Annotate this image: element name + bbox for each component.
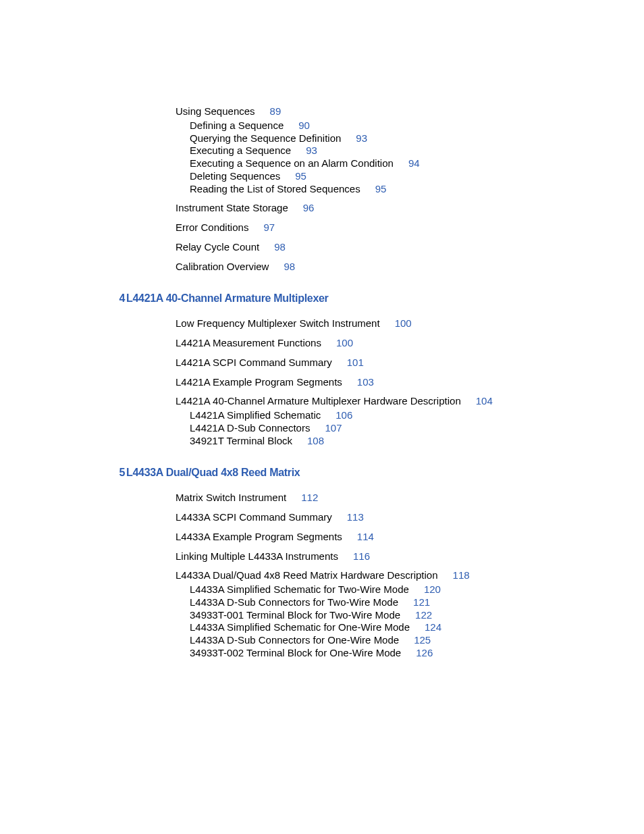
- toc-entry-page[interactable]: 116: [353, 550, 370, 562]
- toc-entry: L4433A Simplified Schematic for One-Wire…: [190, 621, 590, 634]
- toc-entry-page[interactable]: 108: [307, 435, 324, 446]
- chapter-4-header: 4 L4421A 40-Channel Armature Multiplexer: [108, 292, 590, 305]
- toc-entry-text[interactable]: Instrument State Storage: [176, 202, 288, 213]
- chapter-5-header: 5 L4433A Dual/Quad 4x8 Reed Matrix: [108, 466, 590, 479]
- toc-entry-page[interactable]: 112: [301, 492, 318, 503]
- toc-entry: Linking Multiple L4433A Instruments116: [176, 550, 590, 563]
- toc-entry-page[interactable]: 100: [336, 337, 353, 348]
- toc-entry-text[interactable]: L4421A D-Sub Connectors: [190, 422, 310, 434]
- chapter-4-number: 4: [108, 292, 125, 305]
- toc-entry: L4433A Dual/Quad 4x8 Reed Matrix Hardwar…: [176, 569, 590, 582]
- toc-entry-page[interactable]: 125: [414, 634, 431, 646]
- toc-entry-page[interactable]: 103: [357, 376, 374, 388]
- toc-entry-page[interactable]: 94: [408, 157, 420, 169]
- toc-entry-text[interactable]: L4433A Simplified Schematic for Two-Wire…: [190, 583, 409, 595]
- chapter-3-continued: Using Sequences89Defining a Sequence90Qu…: [108, 105, 590, 273]
- toc-entry-page[interactable]: 100: [395, 317, 412, 329]
- toc-entry: 34933T-002 Terminal Block for One-Wire M…: [190, 647, 590, 660]
- toc-entry-text[interactable]: L4433A Simplified Schematic for One-Wire…: [190, 621, 410, 633]
- toc-entry-text[interactable]: Defining a Sequence: [190, 120, 284, 131]
- toc-entry-page[interactable]: 107: [325, 422, 342, 434]
- toc-content: Using Sequences89Defining a Sequence90Qu…: [0, 0, 644, 660]
- toc-entry-text[interactable]: L4421A Measurement Functions: [176, 337, 321, 348]
- chapter-4-entries: Low Frequency Multiplexer Switch Instrum…: [108, 317, 590, 447]
- toc-entry-text[interactable]: 34933T-002 Terminal Block for One-Wire M…: [190, 647, 401, 658]
- toc-entry-text[interactable]: L4421A 40-Channel Armature Multiplexer H…: [176, 395, 461, 407]
- toc-entry-text[interactable]: L4433A Example Program Segments: [176, 531, 342, 542]
- toc-entry-text[interactable]: Matrix Switch Instrument: [176, 492, 286, 503]
- toc-entry-page[interactable]: 104: [476, 395, 493, 407]
- toc-entry-page[interactable]: 93: [306, 145, 317, 156]
- toc-entry: L4433A Example Program Segments114: [176, 531, 590, 544]
- chapter-5-number: 5: [108, 466, 125, 479]
- toc-entry: L4433A SCPI Command Summary113: [176, 511, 590, 524]
- toc-entry-text[interactable]: Reading the List of Stored Sequences: [190, 183, 360, 194]
- toc-entry-page[interactable]: 98: [274, 241, 286, 253]
- toc-entry: Matrix Switch Instrument112: [176, 492, 590, 504]
- toc-entry: Executing a Sequence93: [190, 145, 590, 157]
- toc-entry: Error Conditions97: [176, 221, 590, 234]
- toc-entry: L4421A Example Program Segments103: [176, 376, 590, 389]
- toc-entry: Calibration Overview98: [176, 261, 590, 273]
- toc-entry: L4421A SCPI Command Summary101: [176, 357, 590, 369]
- toc-entry-page[interactable]: 93: [356, 132, 367, 144]
- toc-entry-text[interactable]: L4421A Example Program Segments: [176, 376, 342, 388]
- toc-entry-text[interactable]: Deleting Sequences: [190, 170, 280, 182]
- toc-entry: Defining a Sequence90: [190, 120, 590, 132]
- toc-entry-text[interactable]: Querying the Sequence Definition: [190, 132, 341, 144]
- toc-entry-page[interactable]: 122: [415, 609, 432, 621]
- toc-entry-text[interactable]: L4433A D-Sub Connectors for One-Wire Mod…: [190, 634, 399, 646]
- toc-entry-text[interactable]: 34921T Terminal Block: [190, 435, 292, 446]
- toc-entry: L4421A Measurement Functions100: [176, 337, 590, 350]
- toc-entry-text[interactable]: Relay Cycle Count: [176, 241, 259, 253]
- toc-entry: L4421A 40-Channel Armature Multiplexer H…: [176, 395, 590, 408]
- toc-entry: Deleting Sequences95: [190, 170, 590, 183]
- toc-entry: Using Sequences89: [176, 105, 590, 118]
- toc-entry: L4433A D-Sub Connectors for One-Wire Mod…: [190, 634, 590, 647]
- toc-entry-page[interactable]: 98: [284, 261, 295, 272]
- toc-entry: Reading the List of Stored Sequences95: [190, 183, 590, 196]
- toc-entry: Relay Cycle Count98: [176, 241, 590, 254]
- toc-entry: 34933T-001 Terminal Block for Two-Wire M…: [190, 609, 590, 622]
- toc-entry-text[interactable]: L4433A D-Sub Connectors for Two-Wire Mod…: [190, 596, 398, 608]
- toc-entry: L4433A D-Sub Connectors for Two-Wire Mod…: [190, 596, 590, 609]
- toc-entry-page[interactable]: 126: [416, 647, 433, 658]
- toc-entry-text[interactable]: L4421A Simplified Schematic: [190, 409, 321, 421]
- toc-entry-text[interactable]: L4433A Dual/Quad 4x8 Reed Matrix Hardwar…: [176, 569, 438, 581]
- toc-entry-page[interactable]: 97: [263, 221, 275, 233]
- toc-entry: L4421A Simplified Schematic106: [190, 409, 590, 422]
- toc-entry-page[interactable]: 120: [424, 583, 441, 595]
- toc-entry: Querying the Sequence Definition93: [190, 132, 590, 145]
- toc-entry: L4433A Simplified Schematic for Two-Wire…: [190, 583, 590, 596]
- chapter-5-entries: Matrix Switch Instrument112L4433A SCPI C…: [108, 492, 590, 659]
- toc-entry-page[interactable]: 101: [347, 357, 364, 368]
- toc-entry: 34921T Terminal Block108: [190, 435, 590, 448]
- toc-entry-text[interactable]: Using Sequences: [176, 105, 255, 117]
- toc-entry: Low Frequency Multiplexer Switch Instrum…: [176, 317, 590, 330]
- toc-entry-text[interactable]: L4421A SCPI Command Summary: [176, 357, 332, 368]
- toc-entry-text[interactable]: Executing a Sequence: [190, 145, 291, 156]
- toc-entry: Executing a Sequence on an Alarm Conditi…: [190, 157, 590, 170]
- toc-entry-page[interactable]: 95: [375, 183, 387, 194]
- toc-entry: Instrument State Storage96: [176, 202, 590, 215]
- toc-entry-text[interactable]: L4433A SCPI Command Summary: [176, 511, 332, 523]
- toc-entry-page[interactable]: 89: [270, 105, 281, 117]
- toc-entry-page[interactable]: 121: [413, 596, 430, 608]
- toc-entry-text[interactable]: Linking Multiple L4433A Instruments: [176, 550, 338, 562]
- chapter-5-title[interactable]: L4433A Dual/Quad 4x8 Reed Matrix: [126, 466, 300, 479]
- toc-entry-page[interactable]: 113: [347, 511, 364, 523]
- toc-entry-page[interactable]: 90: [298, 120, 310, 131]
- toc-entry-page[interactable]: 106: [336, 409, 352, 421]
- toc-entry-text[interactable]: Executing a Sequence on an Alarm Conditi…: [190, 157, 394, 169]
- toc-entry-page[interactable]: 114: [357, 531, 374, 542]
- toc-entry-text[interactable]: 34933T-001 Terminal Block for Two-Wire M…: [190, 609, 400, 621]
- toc-entry: L4421A D-Sub Connectors107: [190, 422, 590, 435]
- toc-entry-text[interactable]: Calibration Overview: [176, 261, 269, 272]
- toc-entry-page[interactable]: 118: [453, 569, 470, 581]
- toc-entry-page[interactable]: 124: [425, 621, 441, 633]
- toc-entry-text[interactable]: Error Conditions: [176, 221, 248, 233]
- toc-entry-page[interactable]: 95: [295, 170, 306, 182]
- toc-entry-text[interactable]: Low Frequency Multiplexer Switch Instrum…: [176, 317, 380, 329]
- chapter-4-title[interactable]: L4421A 40-Channel Armature Multiplexer: [126, 292, 329, 305]
- toc-entry-page[interactable]: 96: [303, 202, 315, 213]
